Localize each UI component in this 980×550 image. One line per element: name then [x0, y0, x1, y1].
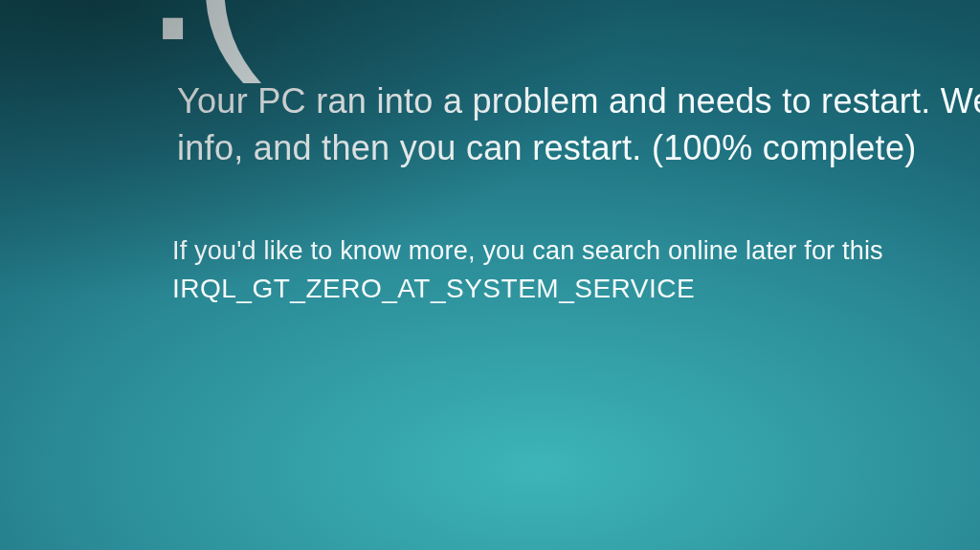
bsod-screen: :( Your PC ran into a problem and needs … [0, 0, 980, 550]
error-code: IRQL_GT_ZERO_AT_SYSTEM_SERVICE [172, 274, 695, 304]
main-message-line1: Your PC ran into a problem and needs to … [177, 78, 980, 125]
frown-icon: :( [144, 0, 253, 72]
main-message: Your PC ran into a problem and needs to … [177, 78, 980, 171]
main-message-line2: info, and then you can restart. (100% co… [177, 125, 980, 172]
search-hint: If you'd like to know more, you can sear… [172, 232, 883, 270]
